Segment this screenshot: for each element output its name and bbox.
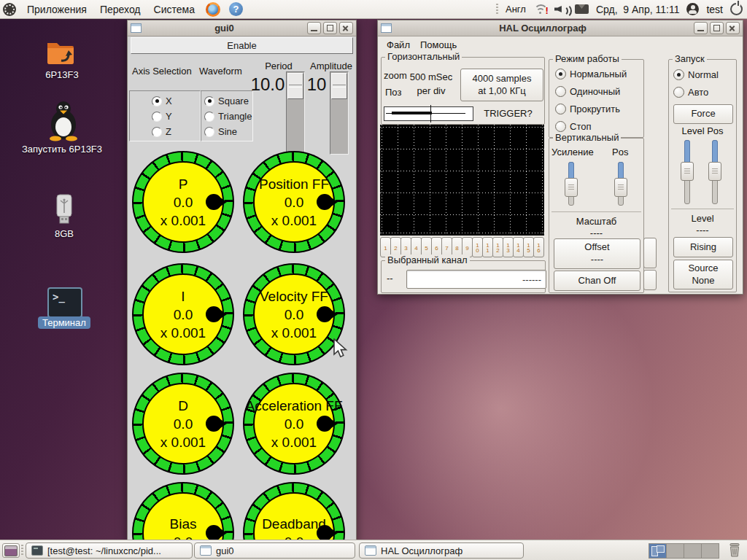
volume-icon[interactable] (554, 4, 568, 15)
radio-trigger-normal[interactable] (673, 69, 684, 80)
knob-position-ff[interactable]: Position FF0.0x 0.001 (243, 151, 345, 253)
radio-sine[interactable] (204, 127, 214, 137)
enable-button[interactable]: Enable (131, 37, 353, 54)
close-button[interactable] (726, 22, 740, 34)
knob-d[interactable]: D0.0x 0.001 (132, 373, 234, 475)
trigger-question-button[interactable]: TRIGGER? (474, 108, 542, 119)
panel-grip[interactable] (496, 4, 498, 15)
trigger-mode-auto[interactable]: Авто (673, 87, 708, 98)
period-slider-handle[interactable] (287, 73, 303, 99)
radio-square[interactable] (204, 96, 214, 106)
menu-system[interactable]: Система (152, 2, 197, 17)
gain-slider-handle[interactable] (565, 178, 578, 197)
vertical-pos-slider[interactable] (614, 162, 627, 206)
radio-z[interactable] (152, 127, 162, 137)
radio-triangle[interactable] (204, 112, 214, 122)
tux-icon[interactable] (47, 101, 80, 141)
close-button[interactable] (339, 22, 353, 34)
minimize-button[interactable] (307, 22, 321, 34)
menu-file[interactable]: Файл (387, 39, 410, 50)
workspace-switcher[interactable] (649, 543, 719, 559)
offset-button[interactable]: Offset ---- (554, 238, 640, 269)
knob-acceleration-ff[interactable]: Acceleration FF0.0x 0.001 (243, 373, 345, 475)
workspace-3[interactable] (684, 544, 702, 558)
workspace-2[interactable] (667, 544, 684, 558)
radio-y[interactable] (152, 112, 162, 122)
axis-option-x[interactable]: X (152, 96, 172, 106)
channel-11-button[interactable]: 11 (482, 237, 493, 257)
halscope-titlebar[interactable]: HAL Осциллограф (378, 20, 743, 36)
trigger-level-slider-handle[interactable] (681, 162, 694, 181)
samples-button[interactable]: 4000 samples at 1,00 КГц (460, 69, 543, 101)
run-mode-single[interactable]: Одиночный (555, 86, 620, 97)
help-launcher-icon[interactable] (229, 2, 243, 16)
usb-drive-icon[interactable] (54, 194, 74, 226)
mail-icon[interactable] (575, 4, 589, 14)
force-button[interactable]: Force (673, 104, 733, 124)
selected-channel-name-entry[interactable]: ------ (406, 270, 546, 289)
taskbar-grip[interactable] (21, 545, 23, 556)
workspace-1[interactable] (649, 544, 667, 558)
taskbar-terminal-window[interactable]: [test@test: ~/linuxcnc/pid... (26, 542, 193, 559)
radio-run-stop[interactable] (555, 121, 566, 132)
clock[interactable]: Срд, 9 Апр, 11:11 (596, 4, 680, 15)
channel-14-button[interactable]: 14 (513, 237, 524, 257)
radio-trigger-auto[interactable] (673, 87, 684, 98)
maximize-button[interactable] (323, 22, 337, 34)
partial-hidden-button[interactable] (643, 270, 657, 290)
trigger-pos-slider[interactable] (708, 140, 721, 204)
radio-run-roll[interactable] (555, 104, 566, 114)
axis-option-y[interactable]: Y (152, 111, 172, 122)
amplitude-slider-handle[interactable] (331, 73, 347, 99)
network-icon[interactable]: ! (533, 4, 547, 15)
distro-logo-icon[interactable] (3, 3, 16, 16)
desktop-icon-label[interactable]: 6P13F3 (29, 69, 95, 80)
knob-p[interactable]: P0.0x 0.001 (132, 151, 234, 253)
waveform-option-sine[interactable]: Sine (204, 126, 237, 137)
folder-icon[interactable] (45, 38, 76, 69)
power-icon[interactable] (730, 3, 743, 15)
rising-button[interactable]: Rising (673, 237, 733, 257)
waveform-option-triangle[interactable]: Triangle (204, 111, 252, 122)
source-button[interactable]: Source None (673, 260, 733, 289)
taskbar-gui0-window[interactable]: gui0 (194, 542, 355, 559)
scope-display[interactable] (380, 125, 544, 236)
radio-run-single[interactable] (555, 86, 566, 97)
knob-i[interactable]: I0.0x 0.001 (132, 263, 234, 365)
menu-applications[interactable]: Приложения (25, 2, 89, 17)
channel-10-button[interactable]: 10 (472, 237, 483, 257)
trigger-mode-normal[interactable]: Normal (673, 69, 719, 80)
run-mode-roll[interactable]: Прокрутить (555, 104, 620, 114)
knob-velocity-ff[interactable]: Velocity FF0.0x 0.001 (243, 263, 345, 365)
vertical-pos-slider-handle[interactable] (614, 178, 627, 197)
desktop-icon-label[interactable]: 8GB (35, 228, 93, 239)
channel-13-button[interactable]: 13 (503, 237, 514, 257)
username[interactable]: test (706, 4, 723, 15)
chan-off-button[interactable]: Chan Off (554, 271, 640, 291)
terminal-icon[interactable] (47, 287, 82, 318)
gui0-titlebar[interactable]: gui0 (128, 20, 356, 36)
channel-15-button[interactable]: 15 (523, 237, 534, 257)
menu-places[interactable]: Переход (98, 2, 143, 17)
axis-option-z[interactable]: Z (152, 126, 171, 137)
channel-16-button[interactable]: 16 (533, 237, 544, 257)
trigger-pos-slider-handle[interactable] (708, 162, 721, 181)
horizontal-position-indicator[interactable] (384, 106, 473, 121)
run-mode-normal[interactable]: Нормальный (555, 69, 627, 79)
minimize-button[interactable] (694, 22, 708, 34)
radio-run-normal[interactable] (555, 69, 566, 79)
desktop-icon-label[interactable]: Терминал (38, 316, 90, 329)
user-avatar-icon[interactable] (686, 3, 699, 15)
radio-x[interactable] (152, 96, 162, 106)
partial-hidden-button[interactable] (643, 238, 657, 268)
keyboard-layout-indicator[interactable]: Англ (506, 4, 526, 15)
knob-bias[interactable]: Bias0.0 (132, 482, 234, 542)
amplitude-slider[interactable] (330, 71, 349, 155)
run-mode-stop[interactable]: Стоп (555, 121, 591, 132)
workspace-4[interactable] (702, 544, 719, 558)
firefox-launcher-icon[interactable] (206, 2, 220, 17)
maximize-button[interactable] (710, 22, 724, 34)
show-desktop-button[interactable] (2, 543, 20, 558)
desktop-icon-label[interactable]: Запустить 6P13F3 (11, 144, 113, 155)
channel-12-button[interactable]: 12 (492, 237, 503, 257)
